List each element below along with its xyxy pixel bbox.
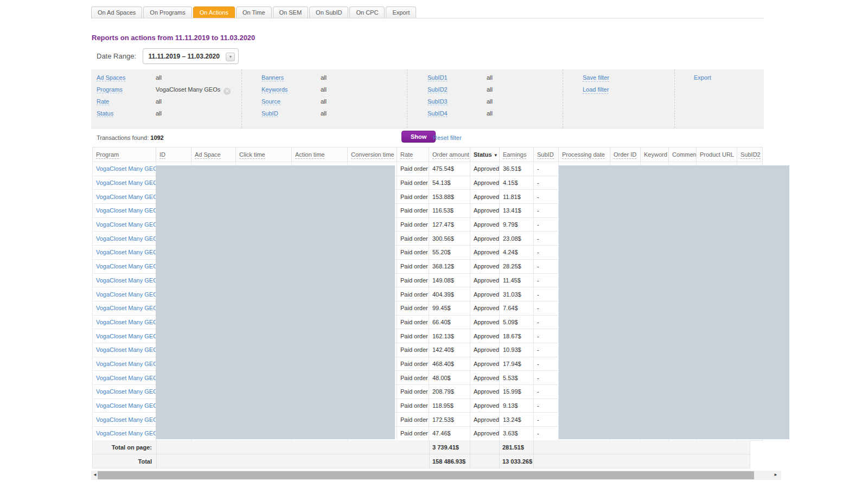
summary-row: Transactions found: 1092 Show Reset filt…	[91, 130, 764, 144]
filter-group-1: Ad SpacesallProgramsVogaCloset Many GEOs…	[91, 69, 241, 128]
program-link[interactable]: VogaCloset Many GEOs	[96, 263, 156, 269]
program-link[interactable]: VogaCloset Many GEOs	[96, 291, 156, 298]
rate-cell: Paid order	[397, 287, 429, 301]
tab-on-sem[interactable]: On SEM	[273, 7, 309, 18]
remove-filter-icon[interactable]: ✕	[224, 88, 231, 95]
date-range-select[interactable]: 11.11.2019 – 11.03.2020 ▼	[143, 48, 239, 64]
rate-cell: Paid order	[397, 385, 429, 399]
scroll-left-icon[interactable]: ◄	[93, 472, 97, 477]
program-link[interactable]: VogaCloset Many GEOs	[96, 346, 156, 353]
subid-cell: -	[534, 259, 559, 273]
program-link[interactable]: VogaCloset Many GEOs	[96, 194, 156, 200]
rate-cell: Paid order	[397, 427, 429, 441]
program-link[interactable]: VogaCloset Many GEOs	[96, 277, 156, 284]
program-link[interactable]: VogaCloset Many GEOs	[96, 165, 156, 172]
scrollbar-thumb[interactable]	[98, 471, 754, 479]
column-header-id[interactable]: ID	[156, 147, 192, 162]
tab-on-cpc[interactable]: On CPC	[349, 7, 385, 18]
filter-status-value[interactable]: all	[156, 110, 162, 117]
filter-subid4[interactable]: SubID4	[427, 110, 448, 117]
filter-subid3-value[interactable]: all	[487, 98, 493, 105]
filter-subid4-value[interactable]: all	[487, 110, 493, 117]
order-amount-cell: 300.56$	[429, 232, 470, 246]
program-cell: VogaCloset Many GEOs	[93, 413, 156, 427]
scroll-right-icon[interactable]: ►	[774, 472, 778, 477]
column-header-subid[interactable]: SubID	[534, 147, 559, 162]
order-amount-cell: 55.20$	[429, 246, 470, 260]
reset-filter-link[interactable]: Reset filter	[433, 134, 462, 141]
filter-subid3[interactable]: SubID3	[427, 98, 448, 105]
program-link[interactable]: VogaCloset Many GEOs	[96, 430, 156, 436]
filter-rate[interactable]: Rate	[97, 98, 109, 105]
filter-subid2[interactable]: SubID2	[427, 86, 448, 93]
program-link[interactable]: VogaCloset Many GEOs	[96, 221, 156, 228]
column-header-conversion-time[interactable]: Conversion time	[348, 147, 397, 162]
subid-cell: -	[534, 176, 559, 190]
program-link[interactable]: VogaCloset Many GEOs	[96, 375, 156, 381]
order-amount-cell: 153.88$	[429, 190, 470, 204]
order-amount-cell: 66.40$	[429, 315, 470, 329]
column-header-status[interactable]: Status▼	[470, 147, 500, 162]
filter-subid-value[interactable]: all	[321, 110, 327, 117]
column-header-processing-date[interactable]: Processing date	[559, 147, 610, 162]
program-link[interactable]: VogaCloset Many GEOs	[96, 235, 156, 242]
column-header-ad-space[interactable]: Ad Space	[192, 147, 236, 162]
filter-programs-value[interactable]: VogaCloset Many GEOs	[156, 86, 220, 93]
filter-source[interactable]: Source	[261, 98, 280, 105]
program-link[interactable]: VogaCloset Many GEOs	[96, 249, 156, 255]
program-link[interactable]: VogaCloset Many GEOs	[96, 333, 156, 339]
totals: Total on page: 3 739.41$ 281.51$ Total 1…	[92, 440, 750, 468]
column-header-earnings[interactable]: Earnings	[500, 147, 534, 162]
filter-keywords[interactable]: Keywords	[261, 86, 288, 93]
column-header-action-time[interactable]: Action time	[292, 147, 348, 162]
show-button[interactable]: Show	[401, 131, 436, 143]
horizontal-scrollbar[interactable]: ◄ ►	[91, 471, 781, 480]
filter-subid[interactable]: SubID	[261, 110, 278, 117]
load-filter-link[interactable]: Load filter	[583, 86, 609, 94]
filter-rate-value[interactable]: all	[156, 98, 162, 105]
filter-programs[interactable]: Programs	[97, 86, 123, 93]
column-header-order-id[interactable]: Order ID	[610, 147, 641, 162]
column-header-subid2[interactable]: SubID2	[737, 147, 763, 162]
filter-source-value[interactable]: all	[321, 98, 327, 105]
tab-on-subid[interactable]: On SubID	[309, 7, 348, 18]
status-cell: Approved	[470, 246, 500, 260]
program-link[interactable]: VogaCloset Many GEOs	[96, 402, 156, 409]
subid-cell: -	[534, 217, 559, 232]
filter-subid1[interactable]: SubID1	[427, 74, 448, 81]
filter-ad-spaces-value[interactable]: all	[156, 74, 162, 81]
program-link[interactable]: VogaCloset Many GEOs	[96, 388, 156, 395]
save-filter-link[interactable]: Save filter	[583, 74, 609, 82]
filter-keywords-value[interactable]: all	[321, 86, 327, 93]
program-link[interactable]: VogaCloset Many GEOs	[96, 305, 156, 311]
chevron-down-icon[interactable]: ▼	[226, 53, 235, 61]
program-link[interactable]: VogaCloset Many GEOs	[96, 416, 156, 423]
tab-on-actions[interactable]: On Actions	[193, 7, 235, 18]
column-header-click-time[interactable]: Click time	[236, 147, 292, 162]
column-header-order-amount[interactable]: Order amount	[429, 147, 470, 162]
order-amount-cell: 116.53$	[429, 204, 470, 218]
column-header-program[interactable]: Program	[93, 147, 156, 162]
tab-export[interactable]: Export	[386, 7, 416, 18]
tab-on-time[interactable]: On Time	[236, 7, 272, 18]
column-header-rate[interactable]: Rate	[397, 147, 429, 162]
program-link[interactable]: VogaCloset Many GEOs	[96, 319, 156, 325]
filter-banners-value[interactable]: all	[321, 74, 327, 81]
subid-cell: -	[534, 413, 559, 427]
order-amount-cell: 47.46$	[429, 427, 470, 441]
filter-ad-spaces[interactable]: Ad Spaces	[97, 74, 125, 81]
filter-subid2-value[interactable]: all	[487, 86, 493, 93]
filter-banners[interactable]: Banners	[261, 74, 284, 81]
export-link[interactable]: Export	[694, 74, 711, 81]
filter-subid1-value[interactable]: all	[487, 74, 493, 81]
filter-status[interactable]: Status	[97, 110, 113, 117]
program-link[interactable]: VogaCloset Many GEOs	[96, 361, 156, 367]
status-cell: Approved	[470, 162, 500, 176]
tab-on-programs[interactable]: On Programs	[143, 7, 192, 18]
program-link[interactable]: VogaCloset Many GEOs	[96, 207, 156, 214]
transactions-found-count: 1092	[150, 134, 163, 141]
tab-on-ad-spaces[interactable]: On Ad Spaces	[91, 7, 142, 18]
earnings-cell: 13.41$	[500, 204, 534, 218]
program-cell: VogaCloset Many GEOs	[93, 176, 156, 190]
program-link[interactable]: VogaCloset Many GEOs	[96, 179, 156, 186]
